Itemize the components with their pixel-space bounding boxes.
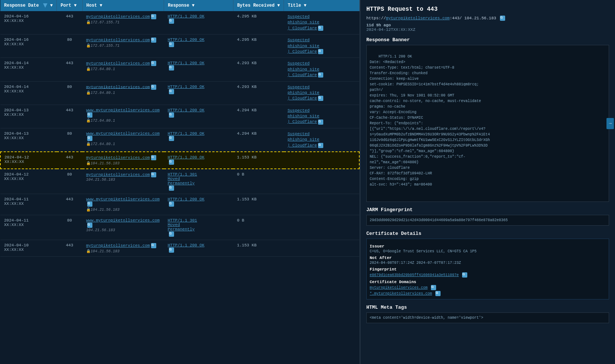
cell-title: Suspected phishing site | Cloudflare bbox=[284, 105, 359, 128]
expand-response-btn[interactable]: → bbox=[606, 118, 614, 129]
copy-host-icon[interactable] bbox=[87, 112, 92, 118]
hostname-link[interactable]: myturnpiketollservices.com bbox=[86, 14, 150, 19]
copy-host-icon[interactable] bbox=[151, 61, 156, 66]
cell-bytes: 1.153 KB bbox=[233, 240, 284, 257]
response-code-link[interactable]: HTTP/1.1 200 OK bbox=[168, 14, 205, 19]
cell-response: HTTP/1.1 301 Moved Permanently bbox=[164, 215, 233, 240]
copy-domain1-icon[interactable] bbox=[431, 285, 436, 290]
copy-response-icon[interactable] bbox=[169, 42, 174, 47]
copy-response-icon[interactable] bbox=[169, 89, 174, 94]
table-row[interactable]: 2024-04-10 XX:XX:XX443myturnpiketollserv… bbox=[0, 240, 359, 257]
hostname-link[interactable]: www.myturnpiketollservices.com bbox=[86, 218, 160, 223]
copy-url-icon[interactable] bbox=[500, 16, 505, 21]
copy-host-icon[interactable] bbox=[87, 223, 92, 228]
cell-date: 2024-04-12 XX:XX:XX bbox=[0, 169, 57, 194]
copy-fingerprint-icon[interactable] bbox=[462, 272, 467, 278]
copy-title-icon[interactable] bbox=[318, 49, 323, 54]
copy-response-icon[interactable] bbox=[169, 160, 174, 165]
copy-response-icon[interactable] bbox=[169, 247, 174, 253]
hostname-link[interactable]: myturnpiketollservices.com bbox=[86, 38, 150, 42]
response-code-link[interactable]: HTTP/1.1 200 OK bbox=[168, 61, 205, 65]
cert-domain1-link[interactable]: myturnpiketollservices.com bbox=[370, 286, 428, 290]
response-code-link[interactable]: HTTP/1.1 200 OK bbox=[168, 85, 205, 89]
copy-title-icon[interactable] bbox=[318, 119, 323, 125]
response-code-link[interactable]: HTTP/1.1 200 OK bbox=[168, 37, 205, 42]
copy-host-icon[interactable] bbox=[87, 201, 92, 207]
cell-port: 443 bbox=[57, 194, 82, 215]
copy-domain2-icon[interactable] bbox=[435, 291, 441, 296]
table-row[interactable]: 2024-04-13 XX:XX:XX443www.myturnpiketoll… bbox=[0, 105, 359, 128]
cert-issuer-value: C=US, O=Google Trust Services LLC, CN=GT… bbox=[370, 249, 606, 253]
copy-response-icon[interactable] bbox=[169, 136, 174, 141]
col-header-host[interactable]: Host ▼ bbox=[82, 0, 164, 11]
copy-title-icon[interactable] bbox=[318, 72, 323, 78]
copy-host-icon[interactable] bbox=[151, 243, 156, 248]
copy-response-icon[interactable] bbox=[169, 186, 174, 191]
response-code-link[interactable]: HTTP/1.1 200 OK bbox=[168, 108, 205, 112]
hostname-link[interactable]: myturnpiketollservices.com bbox=[86, 61, 150, 66]
copy-host-icon[interactable] bbox=[151, 172, 156, 177]
hostname-link[interactable]: myturnpiketollservices.com bbox=[86, 85, 150, 89]
table-row[interactable]: 2024-04-16 XX:XX:XX443myturnpiketollserv… bbox=[0, 11, 359, 35]
copy-title-icon[interactable] bbox=[318, 143, 323, 148]
copy-response-icon[interactable] bbox=[169, 65, 174, 70]
ip-address: 172.64.80.1 bbox=[91, 67, 115, 71]
cell-response: HTTP/1.1 200 OK bbox=[164, 105, 233, 128]
response-code-link[interactable]: HTTP/1.1 200 OK bbox=[168, 155, 205, 160]
title-link[interactable]: Suspected phishing site | Cloudflare bbox=[288, 85, 320, 101]
table-row[interactable]: 2024-04-14 XX:XX:XX80myturnpiketollservi… bbox=[0, 81, 359, 105]
table-row[interactable]: 2024-04-12 XX:XX:XX443myturnpiketollserv… bbox=[0, 152, 359, 169]
cell-title bbox=[284, 152, 359, 169]
copy-response-icon[interactable] bbox=[169, 201, 174, 207]
table-row[interactable]: 2024-04-11 XX:XX:XX80www.myturnpiketolls… bbox=[0, 215, 359, 240]
cell-title: Suspected phishing site | Cloudflare bbox=[284, 58, 359, 81]
hostname-link[interactable]: www.myturnpiketollservices.com bbox=[86, 197, 160, 201]
title-link[interactable]: Suspected phishing site | Cloudflare bbox=[288, 61, 320, 77]
cert-domain2-link[interactable]: *.myturnpiketollservices.com bbox=[370, 292, 432, 296]
col-header-port[interactable]: Port ▼ bbox=[57, 0, 82, 11]
title-link[interactable]: Suspected phishing site | Cloudflare bbox=[288, 38, 320, 54]
col-header-bytes[interactable]: Bytes Received ▼ bbox=[233, 0, 284, 11]
url-host[interactable]: myturnpiketollservices.com bbox=[386, 16, 450, 20]
response-code-link[interactable]: HTTP/1.1 200 OK bbox=[168, 131, 205, 136]
copy-host-icon[interactable] bbox=[151, 85, 156, 90]
cell-host: www.myturnpiketollservices.com🔒172.64.80… bbox=[82, 128, 164, 152]
cert-fingerprint-link[interactable]: e8679d1cea63bbd29b05ff41606941a3e511097e bbox=[370, 273, 459, 277]
title-link[interactable]: Suspected phishing site | Cloudflare bbox=[288, 14, 320, 30]
copy-host-icon[interactable] bbox=[151, 14, 156, 19]
hostname-link[interactable]: myturnpiketollservices.com bbox=[86, 155, 150, 160]
hostname-link[interactable]: www.myturnpiketollservices.com bbox=[86, 108, 160, 112]
cell-host: myturnpiketollservices.com104.21.56.183 bbox=[82, 169, 164, 194]
copy-host-icon[interactable] bbox=[151, 37, 156, 43]
cell-host: www.myturnpiketollservices.com🔒172.64.80… bbox=[82, 105, 164, 128]
response-code-link[interactable]: HTTP/1.1 301 Moved Permanently bbox=[168, 172, 197, 186]
copy-response-icon[interactable] bbox=[169, 112, 174, 118]
col-header-title[interactable]: Title ▼ bbox=[284, 0, 359, 11]
hostname-link[interactable]: myturnpiketollservices.com bbox=[86, 243, 150, 248]
response-code-link[interactable]: HTTP/1.1 200 OK bbox=[168, 197, 205, 201]
title-link[interactable]: Suspected phishing site | Cloudflare bbox=[288, 108, 320, 124]
col-header-date[interactable]: Response Date ▼ bbox=[0, 0, 57, 11]
copy-response-icon[interactable] bbox=[169, 232, 174, 237]
copy-response-icon[interactable] bbox=[169, 19, 174, 24]
cell-date: 2024-04-12 XX:XX:XX bbox=[0, 152, 57, 169]
table-row[interactable]: 2024-04-11 XX:XX:XX443www.myturnpiketoll… bbox=[0, 194, 359, 215]
col-header-response[interactable]: Response ▼ bbox=[164, 0, 233, 11]
cell-title bbox=[284, 194, 359, 215]
table-row[interactable]: 2024-04-16 XX:XX:XX80myturnpiketollservi… bbox=[0, 35, 359, 58]
title-link[interactable]: Suspected phishing site | Cloudflare bbox=[288, 132, 320, 148]
response-code-link[interactable]: HTTP/1.1 200 OK bbox=[168, 243, 205, 247]
cell-port: 80 bbox=[57, 35, 82, 58]
table-row[interactable]: 2024-04-13 XX:XX:XX80www.myturnpiketolls… bbox=[0, 128, 359, 152]
table-row[interactable]: 2024-04-12 XX:XX:XX80myturnpiketollservi… bbox=[0, 169, 359, 194]
hostname-link[interactable]: myturnpiketollservices.com bbox=[86, 173, 150, 177]
copy-title-icon[interactable] bbox=[318, 26, 323, 31]
hostname-link[interactable]: www.myturnpiketollservices.com bbox=[86, 131, 160, 136]
response-code-link[interactable]: HTTP/1.1 301 Moved Permanently bbox=[168, 218, 197, 232]
copy-title-icon[interactable] bbox=[318, 96, 323, 101]
table-body: 2024-04-16 XX:XX:XX443myturnpiketollserv… bbox=[0, 11, 359, 257]
copy-host-icon[interactable] bbox=[87, 136, 92, 141]
copy-host-icon[interactable] bbox=[151, 155, 156, 160]
table-row[interactable]: 2024-04-14 XX:XX:XX443myturnpiketollserv… bbox=[0, 58, 359, 81]
cell-port: 443 bbox=[57, 105, 82, 128]
